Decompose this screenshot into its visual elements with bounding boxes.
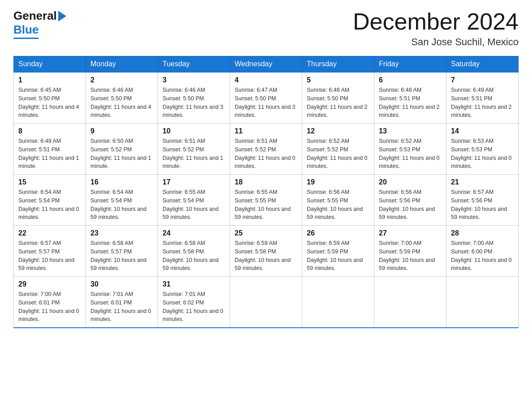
day-number: 23 [90, 229, 153, 237]
day-info: Sunrise: 6:51 AM Sunset: 5:52 PM Dayligh… [163, 137, 225, 171]
day-info: Sunrise: 6:53 AM Sunset: 5:53 PM Dayligh… [451, 137, 514, 171]
header-saturday: Saturday [446, 56, 519, 73]
calendar-cell: 29 Sunrise: 7:00 AM Sunset: 6:01 PM Dayl… [14, 277, 86, 328]
day-info: Sunrise: 7:00 AM Sunset: 5:59 PM Dayligh… [379, 239, 442, 273]
day-info: Sunrise: 6:54 AM Sunset: 5:54 PM Dayligh… [18, 188, 81, 222]
day-info: Sunrise: 6:49 AM Sunset: 5:51 PM Dayligh… [18, 137, 81, 171]
day-number: 10 [163, 127, 225, 135]
day-number: 6 [379, 76, 442, 84]
header-row: SundayMondayTuesdayWednesdayThursdayFrid… [14, 56, 519, 73]
day-number: 2 [90, 76, 153, 84]
calendar-cell: 10 Sunrise: 6:51 AM Sunset: 5:52 PM Dayl… [158, 124, 230, 175]
day-number: 18 [235, 178, 297, 186]
svg-marker-0 [58, 11, 66, 21]
day-info: Sunrise: 6:57 AM Sunset: 5:57 PM Dayligh… [18, 239, 81, 273]
day-number: 30 [90, 280, 153, 288]
day-info: Sunrise: 6:47 AM Sunset: 5:50 PM Dayligh… [235, 86, 297, 120]
day-number: 11 [235, 127, 297, 135]
calendar-cell: 6 Sunrise: 6:48 AM Sunset: 5:51 PM Dayli… [374, 72, 446, 124]
day-info: Sunrise: 6:56 AM Sunset: 5:55 PM Dayligh… [307, 188, 369, 222]
calendar-cell: 1 Sunrise: 6:45 AM Sunset: 5:50 PM Dayli… [14, 72, 86, 124]
calendar-cell: 20 Sunrise: 6:56 AM Sunset: 5:56 PM Dayl… [374, 175, 446, 226]
day-info: Sunrise: 6:50 AM Sunset: 5:52 PM Dayligh… [90, 137, 153, 171]
day-info: Sunrise: 6:51 AM Sunset: 5:52 PM Dayligh… [235, 137, 297, 171]
calendar-cell: 4 Sunrise: 6:47 AM Sunset: 5:50 PM Dayli… [230, 72, 302, 124]
calendar-cell: 30 Sunrise: 7:01 AM Sunset: 6:01 PM Dayl… [86, 277, 158, 328]
week-row-4: 22 Sunrise: 6:57 AM Sunset: 5:57 PM Dayl… [14, 226, 519, 277]
calendar-cell: 9 Sunrise: 6:50 AM Sunset: 5:52 PM Dayli… [86, 124, 158, 175]
calendar-cell: 2 Sunrise: 6:46 AM Sunset: 5:50 PM Dayli… [86, 72, 158, 124]
header-wednesday: Wednesday [230, 56, 302, 73]
day-info: Sunrise: 6:48 AM Sunset: 5:50 PM Dayligh… [307, 86, 369, 120]
calendar-cell: 15 Sunrise: 6:54 AM Sunset: 5:54 PM Dayl… [14, 175, 86, 226]
title-area: December 2024 San Jose Suchil, Mexico [353, 9, 519, 48]
day-info: Sunrise: 6:59 AM Sunset: 5:59 PM Dayligh… [307, 239, 369, 273]
day-number: 3 [163, 76, 225, 84]
calendar-table: SundayMondayTuesdayWednesdayThursdayFrid… [13, 56, 519, 328]
calendar-cell: 14 Sunrise: 6:53 AM Sunset: 5:53 PM Dayl… [446, 124, 519, 175]
day-number: 27 [379, 229, 442, 237]
day-number: 19 [307, 178, 369, 186]
header-thursday: Thursday [302, 56, 374, 73]
day-info: Sunrise: 6:52 AM Sunset: 5:53 PM Dayligh… [379, 137, 442, 171]
week-row-5: 29 Sunrise: 7:00 AM Sunset: 6:01 PM Dayl… [14, 277, 519, 328]
day-number: 21 [451, 178, 514, 186]
calendar-cell [446, 277, 519, 328]
calendar-cell: 27 Sunrise: 7:00 AM Sunset: 5:59 PM Dayl… [374, 226, 446, 277]
day-number: 4 [235, 76, 297, 84]
day-number: 17 [163, 178, 225, 186]
header-monday: Monday [86, 56, 158, 73]
day-number: 28 [451, 229, 514, 237]
header-friday: Friday [374, 56, 446, 73]
day-number: 14 [451, 127, 514, 135]
header-tuesday: Tuesday [158, 56, 230, 73]
day-number: 9 [90, 127, 153, 135]
calendar-cell: 7 Sunrise: 6:49 AM Sunset: 5:51 PM Dayli… [446, 72, 519, 124]
calendar-cell: 31 Sunrise: 7:01 AM Sunset: 6:02 PM Dayl… [158, 277, 230, 328]
day-number: 12 [307, 127, 369, 135]
day-info: Sunrise: 7:01 AM Sunset: 6:01 PM Dayligh… [90, 290, 153, 324]
day-info: Sunrise: 6:58 AM Sunset: 5:58 PM Dayligh… [163, 239, 225, 273]
day-info: Sunrise: 6:49 AM Sunset: 5:51 PM Dayligh… [451, 86, 514, 120]
header: General Blue December 2024 San Jose Such… [13, 9, 519, 48]
location-subtitle: San Jose Suchil, Mexico [353, 36, 519, 48]
day-number: 31 [163, 280, 225, 288]
header-sunday: Sunday [14, 56, 86, 73]
calendar-cell: 28 Sunrise: 7:00 AM Sunset: 6:00 PM Dayl… [446, 226, 519, 277]
calendar-header: SundayMondayTuesdayWednesdayThursdayFrid… [14, 56, 519, 73]
day-number: 29 [18, 280, 81, 288]
month-title: December 2024 [353, 9, 519, 34]
calendar-cell: 18 Sunrise: 6:55 AM Sunset: 5:55 PM Dayl… [230, 175, 302, 226]
logo-blue-text: Blue [13, 23, 39, 36]
day-number: 5 [307, 76, 369, 84]
day-number: 26 [307, 229, 369, 237]
logo-general-text: General [13, 9, 57, 23]
calendar-cell: 11 Sunrise: 6:51 AM Sunset: 5:52 PM Dayl… [230, 124, 302, 175]
week-row-1: 1 Sunrise: 6:45 AM Sunset: 5:50 PM Dayli… [14, 72, 519, 124]
week-row-2: 8 Sunrise: 6:49 AM Sunset: 5:51 PM Dayli… [14, 124, 519, 175]
calendar-body: 1 Sunrise: 6:45 AM Sunset: 5:50 PM Dayli… [14, 72, 519, 328]
day-info: Sunrise: 7:00 AM Sunset: 6:01 PM Dayligh… [18, 290, 81, 324]
day-info: Sunrise: 6:54 AM Sunset: 5:54 PM Dayligh… [90, 188, 153, 222]
day-info: Sunrise: 6:55 AM Sunset: 5:54 PM Dayligh… [163, 188, 225, 222]
day-number: 20 [379, 178, 442, 186]
day-info: Sunrise: 6:45 AM Sunset: 5:50 PM Dayligh… [18, 86, 81, 120]
week-row-3: 15 Sunrise: 6:54 AM Sunset: 5:54 PM Dayl… [14, 175, 519, 226]
calendar-cell: 3 Sunrise: 6:46 AM Sunset: 5:50 PM Dayli… [158, 72, 230, 124]
day-number: 1 [18, 76, 81, 84]
calendar-cell [302, 277, 374, 328]
day-info: Sunrise: 6:58 AM Sunset: 5:57 PM Dayligh… [90, 239, 153, 273]
day-number: 15 [18, 178, 81, 186]
day-info: Sunrise: 7:00 AM Sunset: 6:00 PM Dayligh… [451, 239, 514, 273]
calendar-cell: 19 Sunrise: 6:56 AM Sunset: 5:55 PM Dayl… [302, 175, 374, 226]
day-number: 13 [379, 127, 442, 135]
calendar-cell [230, 277, 302, 328]
day-number: 16 [90, 178, 153, 186]
calendar-cell: 24 Sunrise: 6:58 AM Sunset: 5:58 PM Dayl… [158, 226, 230, 277]
calendar-cell: 13 Sunrise: 6:52 AM Sunset: 5:53 PM Dayl… [374, 124, 446, 175]
calendar-cell: 5 Sunrise: 6:48 AM Sunset: 5:50 PM Dayli… [302, 72, 374, 124]
calendar-cell: 23 Sunrise: 6:58 AM Sunset: 5:57 PM Dayl… [86, 226, 158, 277]
logo: General Blue [13, 9, 68, 39]
day-info: Sunrise: 6:59 AM Sunset: 5:58 PM Dayligh… [235, 239, 297, 273]
calendar-cell: 25 Sunrise: 6:59 AM Sunset: 5:58 PM Dayl… [230, 226, 302, 277]
